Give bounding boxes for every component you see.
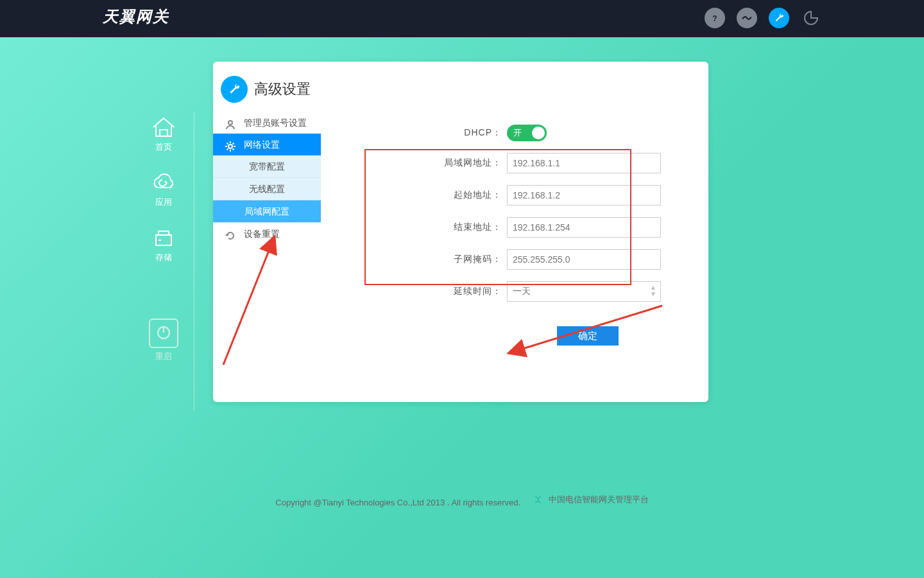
nav-app[interactable]: 应用 bbox=[150, 171, 178, 208]
menu-reset-label: 设备重置 bbox=[244, 229, 280, 239]
svg-point-2 bbox=[228, 121, 232, 125]
logout-icon[interactable] bbox=[801, 8, 821, 28]
settings-icon[interactable] bbox=[769, 8, 789, 28]
wrench-icon bbox=[221, 76, 248, 103]
spinner-icon: ▲▼ bbox=[650, 285, 656, 297]
toggle-knob bbox=[532, 127, 545, 139]
lease-value: 一天 bbox=[513, 286, 531, 297]
nav-reboot-label: 重启 bbox=[149, 351, 178, 362]
svg-text:?: ? bbox=[712, 14, 717, 23]
nav-storage-label: 存储 bbox=[150, 252, 178, 263]
nav-home-label: 首页 bbox=[150, 141, 178, 153]
gear-icon bbox=[225, 138, 237, 151]
row-lan-ip: 局域网地址： bbox=[335, 153, 708, 173]
cloud-icon bbox=[150, 171, 178, 194]
user-icon bbox=[225, 116, 237, 129]
nav-home[interactable]: 首页 bbox=[150, 116, 178, 153]
footer: Copyright @Tianyi Technologies Co.,Ltd 2… bbox=[0, 494, 924, 507]
stats-icon[interactable] bbox=[737, 8, 757, 28]
start-ip-label: 起始地址： bbox=[335, 189, 507, 201]
end-ip-input[interactable] bbox=[507, 217, 661, 238]
lan-ip-label: 局域网地址： bbox=[335, 157, 507, 169]
side-nav: 首页 应用 存储 重启 bbox=[149, 116, 178, 362]
submenu-lan[interactable]: 局域网配置 bbox=[213, 200, 321, 223]
storage-icon bbox=[150, 226, 178, 249]
dhcp-label: DHCP： bbox=[335, 127, 507, 139]
telecom-icon bbox=[533, 494, 545, 505]
platform-label: 中国电信智能网关管理平台 bbox=[533, 494, 649, 505]
start-ip-input[interactable] bbox=[507, 185, 661, 206]
platform-text: 中国电信智能网关管理平台 bbox=[549, 494, 649, 505]
lan-form: DHCP： 开 局域网地址： 起始地址： 结束地址： 子网掩码： 延续时间： 一… bbox=[335, 112, 708, 346]
settings-panel: 高级设置 管理员账号设置 网络设置 宽带配置 无线配置 局域网配置 设备重置 D… bbox=[213, 62, 708, 402]
submenu-broadband[interactable]: 宽带配置 bbox=[213, 155, 321, 178]
home-icon bbox=[150, 116, 178, 139]
help-icon[interactable]: ? bbox=[705, 8, 725, 28]
dhcp-toggle-label: 开 bbox=[513, 127, 522, 139]
menu-network[interactable]: 网络设置 bbox=[213, 134, 321, 155]
svg-point-3 bbox=[228, 144, 232, 148]
submenu: 宽带配置 无线配置 局域网配置 bbox=[213, 155, 321, 223]
undo-icon bbox=[225, 227, 237, 240]
logo: 天翼网关 bbox=[103, 6, 169, 27]
submenu-wireless[interactable]: 无线配置 bbox=[213, 178, 321, 200]
row-mask: 子网掩码： bbox=[335, 249, 708, 270]
end-ip-label: 结束地址： bbox=[335, 222, 507, 233]
mask-label: 子网掩码： bbox=[335, 254, 507, 265]
row-end-ip: 结束地址： bbox=[335, 217, 708, 238]
row-lease: 延续时间： 一天 ▲▼ bbox=[335, 281, 708, 302]
lease-select[interactable]: 一天 ▲▼ bbox=[507, 281, 661, 302]
top-bar: 天翼网关 ? bbox=[0, 0, 924, 37]
lease-label: 延续时间： bbox=[335, 286, 507, 297]
row-start-ip: 起始地址： bbox=[335, 185, 708, 206]
mask-input[interactable] bbox=[507, 249, 661, 270]
nav-storage[interactable]: 存储 bbox=[150, 226, 178, 263]
divider bbox=[194, 112, 194, 411]
row-dhcp: DHCP： 开 bbox=[335, 125, 708, 141]
menu-admin[interactable]: 管理员账号设置 bbox=[213, 112, 321, 134]
power-icon bbox=[149, 319, 178, 348]
nav-app-label: 应用 bbox=[150, 197, 178, 208]
menu-network-label: 网络设置 bbox=[244, 139, 280, 150]
panel-header: 高级设置 bbox=[213, 62, 708, 112]
dhcp-toggle[interactable]: 开 bbox=[507, 125, 547, 141]
nav-reboot[interactable]: 重启 bbox=[149, 319, 178, 362]
top-icons: ? bbox=[705, 8, 821, 28]
menu-reset[interactable]: 设备重置 bbox=[213, 223, 321, 245]
copyright-text: Copyright @Tianyi Technologies Co.,Ltd 2… bbox=[275, 498, 520, 507]
lan-ip-input[interactable] bbox=[507, 153, 661, 173]
submit-button[interactable]: 确定 bbox=[557, 326, 619, 346]
panel-title: 高级设置 bbox=[254, 80, 311, 99]
menu-admin-label: 管理员账号设置 bbox=[244, 118, 307, 128]
settings-menu: 管理员账号设置 网络设置 宽带配置 无线配置 局域网配置 设备重置 bbox=[213, 112, 321, 245]
